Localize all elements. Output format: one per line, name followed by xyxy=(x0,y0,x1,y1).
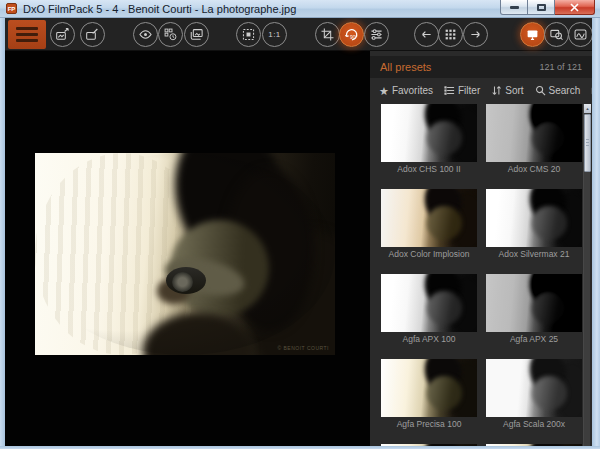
thumb-body xyxy=(427,121,462,155)
thumb-body xyxy=(532,206,567,240)
preset-name: Agfa Precisa 100 xyxy=(381,419,477,433)
preset-name: Agfa APX 25 xyxy=(486,334,582,348)
preview-eye-button[interactable] xyxy=(133,22,158,47)
arrow-right-icon xyxy=(468,27,483,42)
edit-image-icon xyxy=(85,27,100,42)
loupe-icon xyxy=(549,27,564,42)
export-image-icon xyxy=(55,27,70,42)
crop-button[interactable] xyxy=(315,22,340,47)
preset-item[interactable]: Agfa Precisa 100 xyxy=(381,359,477,433)
zoom-1-1-button[interactable]: 1:1 xyxy=(262,22,287,47)
photo-watermark: © BENOIT COURTI xyxy=(277,345,329,351)
thumb-body xyxy=(427,206,462,240)
thumb-body xyxy=(532,291,567,325)
preset-name: Adox Color Implosion xyxy=(381,249,477,263)
histogram-button[interactable] xyxy=(568,22,593,47)
window-frame-left xyxy=(0,18,5,449)
thumb-body xyxy=(532,376,567,410)
next-image-button[interactable] xyxy=(463,22,488,47)
image-browser-icon xyxy=(189,27,204,42)
image-canvas[interactable]: © BENOIT COURTI xyxy=(5,51,370,446)
preset-thumbnail[interactable] xyxy=(381,359,477,417)
close-button[interactable] xyxy=(555,0,595,15)
rotate-90-icon xyxy=(343,26,360,43)
preset-item[interactable]: Agfa Scala 200x xyxy=(486,359,582,433)
app-window: FP DxO FilmPack 5 - 4 - Benoit Courti - … xyxy=(0,0,600,449)
preset-name: Agfa APX 100 xyxy=(381,334,477,348)
filter-list-icon xyxy=(444,85,455,96)
presets-grid: Adox CHS 100 IIAdox CMS 20Adox Color Imp… xyxy=(381,104,582,446)
image-browser-button[interactable] xyxy=(184,22,209,47)
fit-screen-icon xyxy=(241,27,256,42)
presets-count: 121 of 121 xyxy=(539,62,582,72)
sort-icon xyxy=(491,85,502,96)
preset-name: Adox CHS 100 II xyxy=(381,164,477,178)
preset-thumbnail[interactable] xyxy=(381,274,477,332)
main-toolbar: 1:1 90° xyxy=(5,18,592,51)
main-photo[interactable]: © BENOIT COURTI xyxy=(35,153,335,355)
snapshots-icon xyxy=(163,27,178,42)
search-button[interactable]: Search xyxy=(535,85,581,96)
minimize-button[interactable] xyxy=(500,0,528,15)
display-mode-button[interactable] xyxy=(520,22,545,47)
export-image-button[interactable] xyxy=(50,22,75,47)
window-frame-right xyxy=(592,18,600,449)
preset-name: Adox CMS 20 xyxy=(486,164,582,178)
favorites-button[interactable]: ★ Favorites xyxy=(379,85,433,96)
presets-filter-bar: ★ Favorites Filter Sort Search xyxy=(370,78,592,103)
window-controls xyxy=(500,0,595,15)
presets-scrollbar[interactable]: ▲ xyxy=(583,104,590,446)
thumb-body xyxy=(427,376,462,410)
grid-icon xyxy=(443,27,458,42)
presets-header: All presets 121 of 121 xyxy=(370,56,592,78)
sliders-icon xyxy=(369,27,384,42)
maximize-button[interactable] xyxy=(528,0,555,15)
preset-thumbnail[interactable] xyxy=(381,189,477,247)
preset-item[interactable]: Adox Color Implosion xyxy=(381,189,477,263)
app-icon: FP xyxy=(6,3,17,14)
maximize-icon xyxy=(537,4,546,11)
snapshots-button[interactable] xyxy=(158,22,183,47)
preset-thumbnail[interactable] xyxy=(381,104,477,162)
fit-screen-button[interactable] xyxy=(236,22,261,47)
filter-button[interactable]: Filter xyxy=(444,85,480,96)
monitor-icon xyxy=(525,27,540,42)
preset-item[interactable]: Adox Silvermax 21 xyxy=(486,189,582,263)
window-title: DxO FilmPack 5 - 4 - Benoit Courti - La … xyxy=(23,3,296,15)
preset-thumbnail[interactable] xyxy=(486,104,582,162)
menu-button[interactable] xyxy=(8,20,46,49)
rotate-90-button[interactable]: 90° xyxy=(339,22,364,47)
presets-title: All presets xyxy=(380,61,539,73)
preset-item[interactable]: Adox CHS 100 II xyxy=(381,104,477,178)
preset-thumbnail[interactable] xyxy=(486,274,582,332)
crop-icon xyxy=(320,27,335,42)
scrollbar-thumb[interactable] xyxy=(584,114,591,172)
zoom-1-1-label: 1:1 xyxy=(268,30,281,39)
thumb-body xyxy=(427,291,462,325)
adjustments-button[interactable] xyxy=(364,22,389,47)
star-icon: ★ xyxy=(379,86,389,96)
preset-name: Adox Silvermax 21 xyxy=(486,249,582,263)
arrow-left-icon xyxy=(419,27,434,42)
search-icon xyxy=(535,85,546,96)
photo-vignette xyxy=(35,153,335,355)
previous-image-button[interactable] xyxy=(414,22,439,47)
preset-name: Agfa Scala 200x xyxy=(486,419,582,433)
preset-item[interactable]: Agfa APX 25 xyxy=(486,274,582,348)
presets-panel: All presets 121 of 121 ★ Favorites Filte… xyxy=(370,51,592,446)
histogram-icon xyxy=(573,27,588,42)
preset-item[interactable]: Agfa APX 100 xyxy=(381,274,477,348)
minimize-icon xyxy=(510,6,519,9)
scroll-up-button[interactable]: ▲ xyxy=(584,104,591,113)
title-bar[interactable]: FP DxO FilmPack 5 - 4 - Benoit Courti - … xyxy=(0,0,600,18)
close-icon xyxy=(570,3,579,12)
loupe-button[interactable] xyxy=(544,22,569,47)
thumbnail-grid-button[interactable] xyxy=(438,22,463,47)
preset-thumbnail[interactable] xyxy=(486,359,582,417)
thumb-body xyxy=(532,121,567,155)
preset-thumbnail[interactable] xyxy=(486,189,582,247)
preset-item[interactable]: Adox CMS 20 xyxy=(486,104,582,178)
sort-button[interactable]: Sort xyxy=(491,85,523,96)
eye-icon xyxy=(138,27,153,42)
edit-image-button[interactable] xyxy=(80,22,105,47)
